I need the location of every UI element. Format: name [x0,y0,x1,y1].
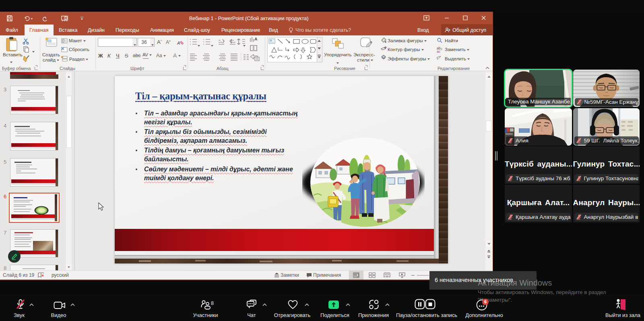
svg-text:А: А [177,41,180,45]
svg-text:6: 6 [484,299,487,304]
svg-text:А: А [255,37,257,41]
svg-text:ac: ac [437,49,441,54]
